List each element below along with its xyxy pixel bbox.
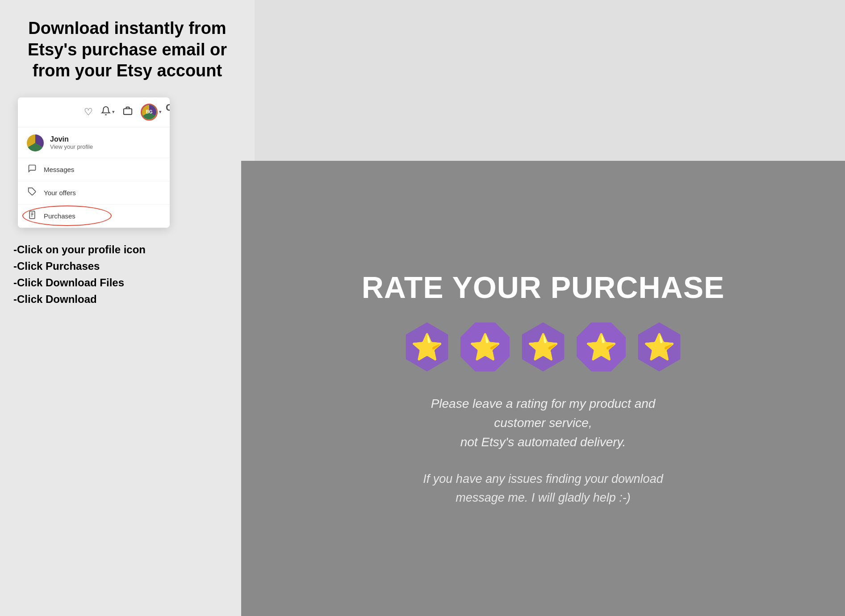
rate-description: Please leave a rating for my product and… [431,394,656,452]
etsy-ui-card: ♡ ▾ [18,97,170,228]
desc-line2: customer service, [494,416,592,430]
heart-icon: ♡ [84,106,93,118]
dropdown-header: Jovin View your profile G [18,127,170,158]
dropdown-user-info: Jovin View your profile [50,135,93,150]
header-title: Download instantly from Etsy's purchase … [13,18,241,82]
help-line2: message me. I will gladly help :-) [456,491,631,504]
rate-help: If you have any issues finding your down… [423,470,663,507]
offers-icon [27,187,38,198]
dropdown-menu: Jovin View your profile G Messages [18,127,170,228]
instruction-line4: -Click Download [13,291,241,307]
right-panel: RATE YOUR PURCHASE ⭐ ⭐ ⭐ ⭐ ⭐ Please leav… [241,161,845,616]
instruction-line1: -Click on your profile icon [13,241,241,258]
messages-label: Messages [44,166,74,173]
instruction-line2: -Click Purchases [13,258,241,274]
bell-icon [101,106,111,118]
messages-icon [27,164,38,175]
star-1: ⭐ [411,334,443,360]
profile-avatar-inner: BG [142,105,156,119]
g-letter: G [166,102,170,113]
desc-line3: not Etsy's automated delivery. [460,435,626,449]
user-name: Jovin [50,135,93,143]
star-badge-1: ⭐ [402,323,452,372]
star-5: ⭐ [643,334,675,360]
star-badge-2: ⭐ [460,323,510,372]
svg-rect-0 [124,109,132,114]
profile-avatar[interactable]: BG [141,104,158,121]
dropdown-item-messages[interactable]: Messages [18,158,170,181]
bell-wrapper: ▾ [101,106,115,118]
star-badge-3: ⭐ [519,323,568,372]
star-4: ⭐ [585,334,617,360]
help-line1: If you have any issues finding your down… [423,472,663,486]
star-2: ⭐ [469,334,501,360]
instruction-line3: -Click Download Files [13,274,241,291]
star-badge-4: ⭐ [577,323,626,372]
bag-icon [123,106,133,118]
bell-chevron-icon: ▾ [112,109,115,115]
star-3: ⭐ [527,334,559,360]
dropdown-item-offers[interactable]: Your offers [18,181,170,205]
dropdown-avatar [27,134,44,151]
star-badge-5: ⭐ [635,323,684,372]
profile-chevron-icon: ▾ [159,109,162,115]
etsy-nav: ♡ ▾ [18,97,170,127]
purchases-icon [27,210,38,222]
rate-title: RATE YOUR PURCHASE [362,270,725,305]
left-panel: Download instantly from Etsy's purchase … [0,0,255,616]
offers-label: Your offers [44,189,76,197]
profile-icon-wrapper[interactable]: BG ▾ [141,104,162,121]
stars-row: ⭐ ⭐ ⭐ ⭐ ⭐ [402,323,684,372]
user-sub: View your profile [50,143,93,150]
dropdown-item-purchases[interactable]: Purchases [18,205,170,228]
instructions: -Click on your profile icon -Click Purch… [13,241,241,308]
purchases-label: Purchases [44,212,75,220]
desc-line1: Please leave a rating for my product and [431,397,656,411]
